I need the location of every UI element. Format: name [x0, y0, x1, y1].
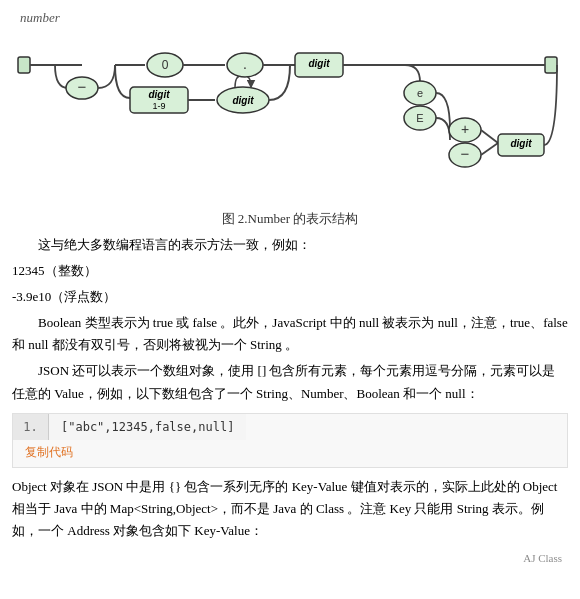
footer: AJ Class	[0, 546, 580, 570]
diagram-section: number − 0 .	[0, 0, 580, 200]
svg-text:digit: digit	[308, 58, 330, 69]
line-number: 1.	[13, 414, 49, 440]
railroad-diagram-clean: − 0 digit 1-9 digit	[10, 30, 570, 190]
svg-text:e: e	[417, 87, 423, 99]
object-paragraph: Object 对象在 JSON 中是用 {} 包含一系列无序的 Key-Valu…	[12, 476, 568, 542]
diagram-title-label: number	[20, 10, 570, 26]
object-text: Object 对象在 JSON 中是用 {} 包含一系列无序的 Key-Valu…	[12, 479, 557, 538]
svg-text:E: E	[416, 112, 423, 124]
footer-label: AJ Class	[515, 548, 570, 568]
boolean-text: Boolean 类型表示为 true 或 false 。此外，JavaScrip…	[12, 315, 568, 352]
intro-text: 这与绝大多数编程语言的表示方法一致，例如：	[38, 237, 311, 252]
example-integer: 12345（整数）	[12, 260, 568, 282]
svg-rect-39	[18, 57, 30, 73]
code-line: 1. ["abc",12345,false,null]	[13, 414, 567, 440]
svg-rect-40	[545, 57, 557, 73]
intro-paragraph: 这与绝大多数编程语言的表示方法一致，例如：	[12, 234, 568, 256]
copy-button[interactable]: 复制代码	[13, 440, 85, 467]
svg-text:digit: digit	[232, 95, 254, 106]
example-float: -3.9e10（浮点数）	[12, 286, 568, 308]
svg-text:+: +	[461, 121, 469, 137]
example-integer-text: 12345（整数）	[12, 263, 97, 278]
code-block: 1. ["abc",12345,false,null] 复制代码	[12, 413, 568, 468]
svg-text:1-9: 1-9	[152, 101, 165, 111]
svg-text:.: .	[243, 56, 247, 72]
array-paragraph: JSON 还可以表示一个数组对象，使用 [] 包含所有元素，每个元素用逗号分隔，…	[12, 360, 568, 404]
example-float-text: -3.9e10（浮点数）	[12, 289, 116, 304]
svg-text:−: −	[461, 145, 470, 162]
svg-text:−: −	[78, 78, 87, 95]
svg-rect-38	[10, 30, 570, 190]
content-section: 图 2.Number 的表示结构 这与绝大多数编程语言的表示方法一致，例如： 1…	[0, 210, 580, 542]
code-content: ["abc",12345,false,null]	[49, 414, 246, 440]
svg-text:digit: digit	[148, 89, 170, 100]
figure-caption: 图 2.Number 的表示结构	[12, 210, 568, 228]
boolean-paragraph: Boolean 类型表示为 true 或 false 。此外，JavaScrip…	[12, 312, 568, 356]
railroad-diagram: − 0 . digit digit 1-9	[10, 30, 570, 195]
array-text: JSON 还可以表示一个数组对象，使用 [] 包含所有元素，每个元素用逗号分隔，…	[12, 363, 555, 400]
svg-text:0: 0	[162, 58, 169, 72]
svg-text:digit: digit	[510, 138, 532, 149]
